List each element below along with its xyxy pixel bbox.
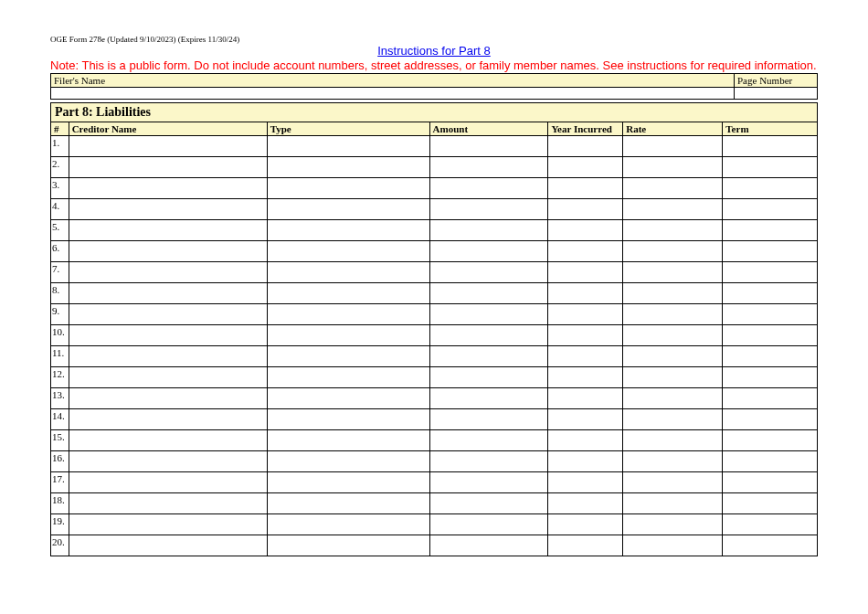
type-cell[interactable] — [267, 388, 429, 409]
type-cell[interactable] — [267, 472, 429, 493]
creditor-cell[interactable] — [69, 451, 267, 472]
term-cell[interactable] — [723, 430, 818, 451]
rate-cell[interactable] — [623, 535, 723, 556]
rate-cell[interactable] — [623, 367, 723, 388]
amount-cell[interactable] — [429, 325, 548, 346]
amount-cell[interactable] — [429, 136, 548, 157]
type-cell[interactable] — [267, 367, 429, 388]
type-cell[interactable] — [267, 493, 429, 514]
creditor-cell[interactable] — [69, 283, 267, 304]
rate-cell[interactable] — [623, 472, 723, 493]
amount-cell[interactable] — [429, 157, 548, 178]
year-cell[interactable] — [548, 493, 623, 514]
rate-cell[interactable] — [623, 220, 723, 241]
term-cell[interactable] — [723, 409, 818, 430]
creditor-cell[interactable] — [69, 388, 267, 409]
year-cell[interactable] — [548, 472, 623, 493]
creditor-cell[interactable] — [69, 514, 267, 535]
amount-cell[interactable] — [429, 262, 548, 283]
rate-cell[interactable] — [623, 514, 723, 535]
term-cell[interactable] — [723, 493, 818, 514]
rate-cell[interactable] — [623, 325, 723, 346]
year-cell[interactable] — [548, 220, 623, 241]
term-cell[interactable] — [723, 178, 818, 199]
year-cell[interactable] — [548, 451, 623, 472]
type-cell[interactable] — [267, 346, 429, 367]
type-cell[interactable] — [267, 220, 429, 241]
type-cell[interactable] — [267, 304, 429, 325]
year-cell[interactable] — [548, 388, 623, 409]
year-cell[interactable] — [548, 178, 623, 199]
term-cell[interactable] — [723, 346, 818, 367]
amount-cell[interactable] — [429, 472, 548, 493]
amount-cell[interactable] — [429, 493, 548, 514]
year-cell[interactable] — [548, 262, 623, 283]
year-cell[interactable] — [548, 409, 623, 430]
type-cell[interactable] — [267, 283, 429, 304]
amount-cell[interactable] — [429, 430, 548, 451]
term-cell[interactable] — [723, 220, 818, 241]
term-cell[interactable] — [723, 262, 818, 283]
rate-cell[interactable] — [623, 199, 723, 220]
year-cell[interactable] — [548, 304, 623, 325]
filer-name-input[interactable] — [51, 88, 735, 99]
type-cell[interactable] — [267, 325, 429, 346]
rate-cell[interactable] — [623, 157, 723, 178]
rate-cell[interactable] — [623, 262, 723, 283]
amount-cell[interactable] — [429, 535, 548, 556]
amount-cell[interactable] — [429, 178, 548, 199]
term-cell[interactable] — [723, 199, 818, 220]
amount-cell[interactable] — [429, 451, 548, 472]
rate-cell[interactable] — [623, 388, 723, 409]
creditor-cell[interactable] — [69, 535, 267, 556]
rate-cell[interactable] — [623, 493, 723, 514]
year-cell[interactable] — [548, 514, 623, 535]
rate-cell[interactable] — [623, 283, 723, 304]
creditor-cell[interactable] — [69, 178, 267, 199]
term-cell[interactable] — [723, 367, 818, 388]
term-cell[interactable] — [723, 472, 818, 493]
creditor-cell[interactable] — [69, 262, 267, 283]
term-cell[interactable] — [723, 451, 818, 472]
rate-cell[interactable] — [623, 304, 723, 325]
creditor-cell[interactable] — [69, 346, 267, 367]
creditor-cell[interactable] — [69, 157, 267, 178]
term-cell[interactable] — [723, 136, 818, 157]
term-cell[interactable] — [723, 325, 818, 346]
year-cell[interactable] — [548, 325, 623, 346]
creditor-cell[interactable] — [69, 367, 267, 388]
amount-cell[interactable] — [429, 514, 548, 535]
type-cell[interactable] — [267, 514, 429, 535]
type-cell[interactable] — [267, 199, 429, 220]
amount-cell[interactable] — [429, 367, 548, 388]
rate-cell[interactable] — [623, 136, 723, 157]
type-cell[interactable] — [267, 241, 429, 262]
creditor-cell[interactable] — [69, 493, 267, 514]
term-cell[interactable] — [723, 283, 818, 304]
instructions-link[interactable]: Instructions for Part 8 — [377, 44, 491, 58]
year-cell[interactable] — [548, 430, 623, 451]
type-cell[interactable] — [267, 451, 429, 472]
year-cell[interactable] — [548, 283, 623, 304]
rate-cell[interactable] — [623, 451, 723, 472]
year-cell[interactable] — [548, 136, 623, 157]
term-cell[interactable] — [723, 241, 818, 262]
term-cell[interactable] — [723, 304, 818, 325]
creditor-cell[interactable] — [69, 199, 267, 220]
type-cell[interactable] — [267, 409, 429, 430]
term-cell[interactable] — [723, 388, 818, 409]
year-cell[interactable] — [548, 367, 623, 388]
year-cell[interactable] — [548, 535, 623, 556]
amount-cell[interactable] — [429, 304, 548, 325]
term-cell[interactable] — [723, 514, 818, 535]
creditor-cell[interactable] — [69, 430, 267, 451]
creditor-cell[interactable] — [69, 409, 267, 430]
creditor-cell[interactable] — [69, 472, 267, 493]
amount-cell[interactable] — [429, 283, 548, 304]
creditor-cell[interactable] — [69, 325, 267, 346]
creditor-cell[interactable] — [69, 136, 267, 157]
amount-cell[interactable] — [429, 409, 548, 430]
creditor-cell[interactable] — [69, 241, 267, 262]
type-cell[interactable] — [267, 535, 429, 556]
amount-cell[interactable] — [429, 346, 548, 367]
